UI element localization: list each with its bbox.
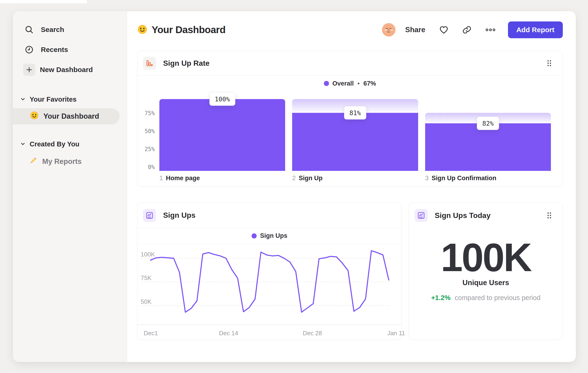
bar-converted (159, 99, 285, 171)
funnel-chart-icon (143, 57, 156, 70)
line-y-tick: 100K (141, 251, 155, 257)
header-actions: Share Add Report (382, 21, 563, 38)
card-title: Sign Ups (163, 211, 196, 220)
sidebar-section-created-by-you: Created By You My Reports (13, 138, 127, 170)
legend-label: Overall (332, 80, 354, 87)
sidebar-item-new-dashboard[interactable]: New Dashboard (13, 60, 127, 80)
funnel-step-bar[interactable]: 81% (292, 91, 418, 171)
chevron-down-icon (20, 140, 25, 148)
sidebar-section-favorites: Your Favorites Your Dashboard (13, 93, 127, 124)
line-chart[interactable]: 100K75K50K (137, 244, 402, 325)
drag-handle-icon[interactable] (547, 212, 552, 219)
bar-value-tooltip: 82% (477, 117, 499, 130)
stat-delta: +1.2% compared to previous period (409, 294, 563, 302)
legend-dot-icon (252, 233, 257, 239)
step-name: Sign Up (299, 175, 323, 182)
line-y-tick: 50K (141, 299, 151, 305)
top-edge-strip (0, 0, 87, 3)
step-number: 3 (425, 175, 429, 182)
clock-icon (24, 45, 34, 55)
delta-percent: +1.2% (431, 294, 451, 302)
card-header: Sign Up Rate (137, 51, 563, 76)
funnel-x-axis: 1Home page2Sign Up3Sign Up Confirmation (137, 171, 563, 182)
title-group: Your Dashboard (137, 24, 226, 35)
line-chart-icon (415, 209, 428, 222)
card-title: Sign Up Rate (163, 59, 210, 68)
line-x-axis: Dec1Dec 14Dec 28Jan 11 (140, 325, 397, 339)
sign-ups-series-line (150, 251, 389, 312)
funnel-y-tick: 0% (148, 164, 155, 170)
line-x-tick: Jan 11 (387, 330, 405, 337)
line-x-tick: Dec1 (144, 330, 158, 337)
legend-separator: • (357, 80, 360, 87)
link-icon[interactable] (462, 25, 472, 34)
step-name: Sign Up Confirmation (432, 175, 496, 182)
sidebar-item-label: Your Dashboard (43, 112, 99, 121)
sidebar-item-recents[interactable]: Recents (13, 40, 127, 60)
sidebar-item-label: New Dashboard (40, 66, 93, 74)
funnel-legend: Overall • 67% (137, 76, 563, 91)
app-window: Search Recents New Dashboard (13, 11, 576, 362)
sign-ups-line-svg (140, 244, 390, 324)
section-label: Created By You (30, 140, 79, 148)
section-label: Your Favorites (30, 96, 76, 103)
created-by-you-section-header[interactable]: Created By You (13, 138, 127, 150)
funnel-step-label: 2Sign Up (292, 175, 418, 182)
heart-icon[interactable] (439, 25, 449, 35)
legend-dot-icon (324, 81, 329, 86)
sidebar-item-search[interactable]: Search (13, 20, 127, 40)
funnel-y-axis: 75%50%25%0% (143, 91, 155, 171)
line-chart-icon (143, 209, 156, 222)
sidebar-item-label: My Reports (42, 157, 82, 166)
sign-ups-today-card: Sign Ups Today 100K Unique Users +1.2% c… (409, 202, 563, 340)
cards-row: Sign Ups Sign Ups 100K75K50K Dec1Dec 14D… (137, 202, 563, 340)
stat-label: Unique Users (409, 279, 563, 287)
sidebar-item-my-reports[interactable]: My Reports (13, 153, 120, 170)
delta-note: compared to previous period (455, 294, 541, 302)
plus-icon (23, 64, 35, 76)
sidebar-item-your-dashboard[interactable]: Your Dashboard (13, 108, 120, 124)
funnel-step-label: 3Sign Up Confirmation (425, 175, 551, 182)
card-title: Sign Ups Today (435, 211, 491, 220)
line-y-tick: 75K (141, 275, 151, 281)
card-header: Sign Ups Today (409, 202, 563, 228)
sign-ups-card: Sign Ups Sign Ups 100K75K50K Dec1Dec 14D… (137, 202, 402, 340)
funnel-y-tick: 75% (145, 111, 155, 116)
legend-label: Sign Ups (260, 232, 287, 239)
main-content: Your Dashboard Share (127, 11, 576, 362)
line-x-tick: Dec 28 (303, 330, 322, 337)
add-report-button[interactable]: Add Report (508, 21, 563, 38)
funnel-y-tick: 50% (145, 129, 155, 134)
line-x-tick: Dec 14 (219, 330, 238, 337)
dashboard-header: Your Dashboard Share (137, 21, 563, 38)
page-title: Your Dashboard (152, 24, 226, 35)
favorites-section-header[interactable]: Your Favorites (13, 93, 127, 105)
funnel-bars: 100%81%82% (159, 91, 551, 171)
card-header: Sign Ups (137, 202, 402, 228)
share-button[interactable]: Share (405, 26, 425, 34)
sidebar: Search Recents New Dashboard (13, 11, 127, 362)
sidebar-item-label: Search (41, 26, 64, 34)
bar-converted (425, 123, 551, 171)
sign-up-rate-card: Sign Up Rate Overall • 67% 75%50%25%0% 1… (137, 51, 563, 186)
step-name: Home page (166, 175, 200, 182)
funnel-step-label: 1Home page (159, 175, 285, 182)
sidebar-item-label: Recents (41, 46, 68, 54)
more-ellipsis-icon[interactable] (485, 28, 496, 32)
smiley-icon (30, 111, 39, 122)
funnel-y-tick: 25% (145, 146, 155, 152)
funnel-step-bar[interactable]: 100% (159, 91, 285, 171)
drag-handle-icon[interactable] (547, 60, 552, 67)
stat-value: 100K (409, 238, 563, 277)
pencil-icon (29, 156, 38, 167)
step-number: 2 (292, 175, 296, 182)
search-icon (24, 24, 34, 35)
smiley-icon (137, 24, 147, 35)
legend-value: 67% (363, 80, 376, 87)
bar-value-tooltip: 100% (209, 92, 235, 106)
funnel-step-bar[interactable]: 82% (425, 91, 551, 171)
bar-value-tooltip: 81% (344, 106, 366, 119)
line-legend: Sign Ups (137, 228, 402, 244)
funnel-chart: 75%50%25%0% 100%81%82% (137, 91, 563, 171)
avatar[interactable] (382, 23, 396, 37)
